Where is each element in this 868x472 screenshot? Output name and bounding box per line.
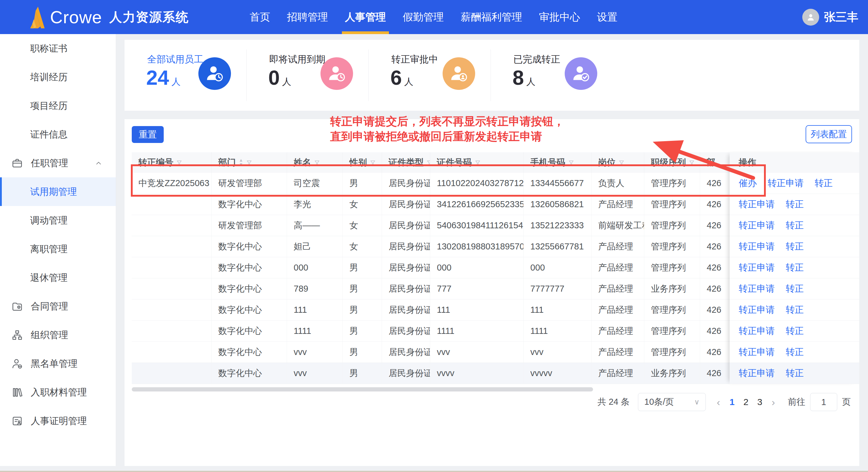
- cell-phone: 000: [524, 257, 592, 278]
- column-header-actions: 操作: [730, 152, 859, 173]
- stat-card-completed[interactable]: 已完成转正 8 人: [491, 40, 613, 111]
- column-header-post[interactable]: 岗位: [592, 152, 644, 173]
- list-config-button[interactable]: 列表配置: [806, 125, 852, 143]
- nav-item-approval[interactable]: 审批中心: [539, 0, 580, 34]
- sidebar-item-contracts[interactable]: 合同管理: [0, 292, 116, 321]
- filter-funnel-icon[interactable]: [568, 160, 574, 166]
- cell-id-number: 777: [430, 278, 524, 299]
- column-header-phone[interactable]: 手机号码: [524, 152, 592, 173]
- cell-department: 研发管理部: [212, 173, 287, 194]
- column-header-code[interactable]: 转正编号: [132, 152, 212, 173]
- sidebar-item-id-documents[interactable]: 证件信息: [0, 120, 116, 149]
- sidebar-item-title-certificates[interactable]: 职称证书: [0, 34, 116, 63]
- cell-id-number: 110102202403278712: [430, 173, 524, 194]
- nav-item-recruit[interactable]: 招聘管理: [287, 0, 328, 34]
- cell-phone: 7777777: [524, 278, 592, 299]
- cell-department: 数字化中心: [212, 236, 287, 257]
- stats-panel: 全部试用员工 24 人 即将试用到期 0 人 转正审批中 6 人: [125, 40, 859, 111]
- action-link[interactable]: 转正: [786, 283, 804, 295]
- column-header-gender[interactable]: 性别: [343, 152, 382, 173]
- action-link[interactable]: 转正申请: [739, 262, 775, 274]
- action-link[interactable]: 转正: [786, 198, 804, 210]
- nav-item-attendance[interactable]: 假勤管理: [403, 0, 444, 34]
- cell-id-type: 居民身份证: [382, 321, 430, 342]
- stat-card-all-probation[interactable]: 全部试用员工 24 人: [125, 40, 247, 111]
- horizontal-scrollbar-thumb[interactable]: [132, 387, 593, 391]
- page-number-1[interactable]: 1: [725, 397, 739, 407]
- action-link[interactable]: 转正申请: [739, 325, 775, 337]
- stat-card-expiring[interactable]: 即将试用到期 0 人: [247, 40, 369, 111]
- cell-gender: 男: [343, 363, 382, 384]
- goto-page-input[interactable]: [810, 393, 837, 411]
- action-link[interactable]: 转正: [815, 177, 833, 189]
- sidebar-item-organization[interactable]: 组织管理: [0, 321, 116, 349]
- action-link[interactable]: 转正: [786, 219, 804, 232]
- filter-funnel-icon[interactable]: [619, 160, 624, 166]
- sidebar-item-employment[interactable]: 任职管理: [0, 149, 116, 177]
- nav-item-personnel[interactable]: 人事管理: [345, 0, 386, 34]
- action-link[interactable]: 转正申请: [739, 304, 775, 316]
- filter-funnel-icon[interactable]: [689, 160, 695, 166]
- sidebar-item-probation[interactable]: 试用期管理: [0, 177, 116, 206]
- cell-code: 中竞发ZZ2025063: [132, 173, 212, 194]
- certificate-doc-icon: [11, 415, 23, 427]
- user-name: 张三丰: [824, 9, 858, 25]
- page-number-3[interactable]: 3: [753, 397, 767, 407]
- nav-item-payroll[interactable]: 薪酬福利管理: [461, 0, 522, 34]
- cell-department: 数字化中心: [212, 278, 287, 299]
- sidebar-item-training[interactable]: 培训经历: [0, 63, 116, 91]
- stat-card-approving[interactable]: 转正审批中 6 人: [369, 40, 491, 111]
- cell-gender: 男: [343, 342, 382, 362]
- column-header-name[interactable]: 姓名: [287, 152, 343, 173]
- column-header-series[interactable]: 职级序列: [644, 152, 700, 173]
- cell-code: [132, 236, 212, 257]
- sidebar-item-transfer[interactable]: 调动管理: [0, 206, 116, 235]
- column-header-id-type[interactable]: 证件类型: [382, 152, 430, 173]
- sidebar-item-onboarding-materials[interactable]: 入职材料管理: [0, 378, 116, 407]
- action-link[interactable]: 转正申请: [739, 367, 775, 379]
- action-link[interactable]: 催办: [739, 177, 757, 189]
- action-link[interactable]: 转正申请: [739, 240, 775, 253]
- filter-funnel-icon[interactable]: [246, 160, 252, 166]
- page-size-select[interactable]: 10条/页 ∨: [638, 393, 706, 411]
- filter-funnel-icon[interactable]: [427, 160, 430, 166]
- sort-caret-icon[interactable]: ▲▼: [239, 158, 243, 167]
- sidebar-item-blacklist[interactable]: 黑名单管理: [0, 349, 116, 378]
- action-link[interactable]: 转正申请: [768, 177, 804, 189]
- nav-item-settings[interactable]: 设置: [597, 0, 617, 34]
- action-link[interactable]: 转正: [786, 240, 804, 253]
- sidebar-item-resignation[interactable]: 离职管理: [0, 235, 116, 263]
- action-link[interactable]: 转正申请: [739, 198, 775, 210]
- prev-page-button[interactable]: ‹: [712, 396, 725, 408]
- sidebar-item-retirement[interactable]: 退休管理: [0, 263, 116, 292]
- action-link[interactable]: 转正: [786, 367, 804, 379]
- cell-code: [132, 257, 212, 278]
- next-page-button[interactable]: ›: [767, 396, 780, 408]
- filter-funnel-icon[interactable]: [314, 160, 320, 166]
- column-header-department[interactable]: 部门 ▲▼: [212, 152, 287, 173]
- briefcase-icon: [11, 157, 23, 169]
- stat-value: 8: [513, 66, 524, 89]
- stat-label: 已完成转正: [514, 53, 560, 66]
- cell-department: 数字化中心: [212, 342, 287, 362]
- action-link[interactable]: 转正申请: [739, 219, 775, 232]
- action-link[interactable]: 转正申请: [739, 283, 775, 295]
- action-link[interactable]: 转正: [786, 304, 804, 316]
- action-link[interactable]: 转正申请: [739, 346, 775, 358]
- column-header-id-number[interactable]: 证件号码: [430, 152, 524, 173]
- page-number-2[interactable]: 2: [739, 397, 753, 407]
- action-link[interactable]: 转正: [786, 346, 804, 358]
- sidebar-item-projects[interactable]: 项目经历: [0, 91, 116, 120]
- action-link[interactable]: 转正: [786, 325, 804, 337]
- sidebar-item-hr-certificates[interactable]: 人事证明管理: [0, 407, 116, 435]
- nav-item-home[interactable]: 首页: [250, 0, 270, 34]
- filter-funnel-icon[interactable]: [176, 160, 182, 166]
- action-link[interactable]: 转正: [786, 262, 804, 274]
- cell-department: 数字化中心: [212, 257, 287, 278]
- cell-id-number: 111: [430, 299, 524, 320]
- filter-funnel-icon[interactable]: [370, 160, 376, 166]
- cell-post: 负责人: [592, 173, 644, 194]
- user-menu[interactable]: 张三丰: [802, 0, 858, 34]
- filter-funnel-icon[interactable]: [475, 160, 480, 166]
- reset-button[interactable]: 重置: [132, 126, 164, 143]
